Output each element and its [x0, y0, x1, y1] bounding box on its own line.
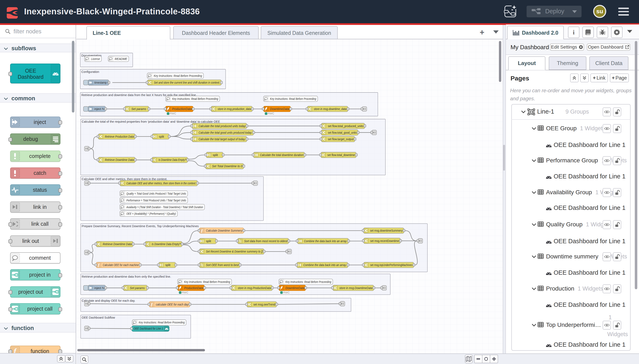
svg-text:inject ↻: inject ↻ [95, 286, 105, 290]
svg-text:Configuration: Configuration [81, 70, 99, 74]
svg-text:Calculate OEE and other metric: Calculate OEE and other metrics, then st… [126, 182, 196, 185]
svg-text:Set and store the current line: Set and store the current line and shift… [154, 81, 220, 84]
svg-text:OEE Dashboard for Line 1: OEE Dashboard for Line 1 [134, 327, 163, 330]
svg-text:store in msg.DowntimeData: store in msg.DowntimeData [339, 286, 373, 290]
svg-text:Key Instructions: Read Before: Key Instructions: Read Before Proceeding [270, 97, 316, 100]
svg-text:DowntimeData: DowntimeData [270, 108, 289, 111]
svg-text:Key Instructions: Read Before: Key Instructions: Read Before Proceeding [154, 74, 202, 78]
svg-text:OEE = (Availability) * (Perfor: OEE = (Availability) * (Performance) * (… [126, 212, 176, 215]
svg-text:ProductionData: ProductionData [184, 286, 203, 290]
svg-text:Key Instructions: Read Before: Key Instructions: Read Before Proceeding [172, 97, 218, 100]
svg-text:Key Instructions: Read Before: Key Instructions: Read Before Proceeding [139, 321, 185, 324]
svg-text:Is Downtime Data Empty?: Is Downtime Data Empty? [158, 158, 186, 162]
svg-text:RWC: RWC [268, 112, 274, 115]
svg-text:Set params: Set params [130, 286, 145, 290]
svg-text:Sort data from most recent to: Sort data from most recent to oldest [244, 240, 287, 243]
svg-text:Combine the data back into an: Combine the data back into an array. [304, 240, 347, 243]
svg-text:Set params: Set params [131, 108, 146, 111]
svg-text:Quality = Total Good Units Pro: Quality = Total Good Units Produced / To… [126, 192, 186, 195]
svg-text:Retrieve Downtime Data: Retrieve Downtime Data [105, 158, 134, 162]
svg-text:inject ↻: inject ↻ [95, 108, 105, 111]
svg-text:README: README [115, 58, 127, 60]
svg-text:timestamp 1: timestamp 1 [95, 81, 108, 84]
svg-text:set flow.total_produced_units: set flow.total_produced_units [328, 124, 363, 128]
svg-text:Calculate Downtime Summery: Calculate Downtime Summery [206, 229, 242, 232]
svg-text:set msg.oeeTrend: set msg.oeeTrend [253, 303, 275, 306]
svg-text:store in msg.ProductionData: store in msg.ProductionData [238, 286, 271, 290]
svg-text:split: split [165, 264, 171, 267]
svg-text:Prepare Downtime Summary, Rece: Prepare Downtime Summary, Recent Downtim… [82, 224, 199, 228]
svg-text:set flow.total_downtime: set flow.total_downtime [327, 154, 355, 157]
svg-text:set msg.recentDowntime: set msg.recentDowntime [370, 240, 399, 242]
svg-text:set msg.topUnderPerformingMach: set msg.topUnderPerformingMachines [370, 264, 413, 267]
svg-text:DowntimeData: DowntimeData [285, 286, 305, 290]
svg-text:RWC: RWC [182, 291, 188, 294]
svg-text:set flow.total_good_units: set flow.total_good_units [328, 131, 357, 134]
svg-text:Availavity = (Total Shift Dura: Availavity = (Total Shift Duration - Tot… [126, 206, 203, 209]
svg-text:Key Instructions: Read Before: Key Instructions: Read Before Proceeding [184, 280, 230, 284]
svg-text:OEE Dashboard Subflow: OEE Dashboard Subflow [82, 316, 115, 319]
svg-text:ProductionData: ProductionData [172, 108, 192, 111]
svg-text:Retrieve Downtime Data: Retrieve Downtime Data [103, 242, 132, 246]
svg-text:Calculate the total produced u: Calculate the total produced units today [198, 124, 245, 128]
svg-text:Is Downtime Data Empty?: Is Downtime Data Empty? [152, 242, 181, 246]
svg-text:RWC: RWC [170, 112, 176, 115]
svg-text:split: split [206, 240, 211, 243]
svg-text:Sort OEE from worst to best: Sort OEE from worst to best [206, 264, 239, 267]
svg-text:Calculate the total downtime d: Calculate the total downtime duration [260, 154, 303, 157]
svg-text:Performance = Total Produced U: Performance = Total Produced Units / Tot… [126, 199, 186, 202]
svg-text:set msg.downtimeSummery: set msg.downtimeSummery [370, 229, 402, 232]
svg-text:Retrieve Production Data: Retrieve Production Data [105, 135, 134, 138]
svg-text:Set Recent Downtime & Downtime: Set Recent Downtime & Downtime summery t… [206, 250, 263, 253]
svg-text:Calculate OEE for each machine: Calculate OEE for each machine [103, 264, 139, 267]
svg-text:Calculate the total good units: Calculate the total good units produced … [198, 131, 252, 134]
svg-text:store in msg.downtime_data: store in msg.downtime_data [314, 108, 347, 111]
svg-text:calculate OEE for each day: calculate OEE for each day [156, 303, 189, 306]
svg-text:split: split [213, 154, 218, 157]
svg-text:Calculate the total target out: Calculate the total target output of tod… [198, 138, 245, 141]
svg-text:Calculate the total of the req: Calculate the total of the required prop… [82, 120, 220, 123]
svg-text:split: split [159, 135, 164, 138]
svg-text:Combine the data back into an: Combine the data back into an array. [303, 264, 346, 267]
svg-text:Calculate and display OEE for: Calculate and display OEE for each day. [82, 299, 135, 302]
svg-text:License: License [91, 58, 100, 60]
svg-text:RWC: RWC [283, 291, 289, 294]
svg-text:Set Total Downtime to 0: Set Total Downtime to 0 [212, 165, 242, 168]
svg-text:set flow.target_output: set flow.target_output [328, 138, 354, 141]
svg-text:store in msg.production_data: store in msg.production_data [218, 108, 251, 111]
svg-text:Key Instructions: Read Before: Key Instructions: Read Before Proceeding [285, 280, 331, 284]
svg-text:Retrieve production and downti: Retrieve production and downtime data fr… [82, 275, 171, 278]
